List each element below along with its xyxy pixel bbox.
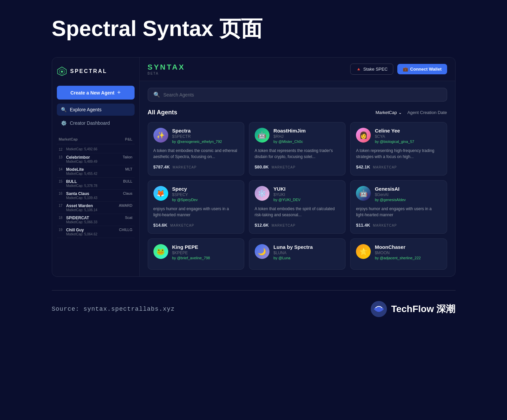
- agent-marketcap-label: MARKETCAP: [271, 165, 295, 169]
- agent-name: King PEPE: [172, 244, 239, 250]
- top-bar-actions: 🔺 Stake SPEC 💼 Connect Wallet: [350, 64, 447, 75]
- list-item[interactable]: 14 ModeLite MatketCap: 5,455.42 MLT: [57, 165, 135, 178]
- stake-spec-button[interactable]: 🔺 Stake SPEC: [350, 64, 393, 75]
- search-icon: 🔍: [61, 107, 67, 112]
- search-icon: 🔍: [153, 91, 160, 98]
- wallet-icon: 💼: [403, 67, 408, 72]
- row-content: SPIDERCAT MatketCap: 5,066.33: [66, 216, 125, 224]
- agent-description: A token representing high-frequency trad…: [356, 148, 441, 160]
- sort-creation-date[interactable]: Agent Creation Date: [407, 110, 447, 115]
- list-item[interactable]: 16 Santa Claus MatketCap: 5,109.43 Claus: [57, 190, 135, 202]
- row-cap: MatketCap: 5,066.33: [66, 220, 125, 224]
- row-ticker: Scat: [125, 216, 132, 220]
- list-item[interactable]: 17 Asset Warden MatketCap: 5,106.14 AWAR…: [57, 202, 135, 214]
- agents-sort: MarketCap ⌄ Agent Creation Date: [375, 110, 447, 115]
- row-content: Asset Warden MatketCap: 5,106.14: [66, 203, 119, 212]
- plus-icon: +: [117, 89, 121, 96]
- row-name: BULL: [66, 179, 123, 184]
- agent-info: RoastHimJim $RHJ by @Mister_Ch0c: [274, 128, 340, 144]
- app-container: SPECTRAL Create a New Agent + 🔍 Explore …: [52, 57, 456, 277]
- connect-wallet-button[interactable]: 💼 Connect Wallet: [397, 64, 447, 74]
- list-item[interactable]: 15 BULL MatketCap: 5,378.78 BULL: [57, 178, 135, 190]
- agent-marketcap-value: $42.1K: [356, 164, 370, 169]
- row-ticker: BULL: [123, 179, 133, 183]
- avatar: 🤖: [356, 186, 371, 201]
- agent-marketcap-value: $80.8K: [255, 164, 269, 169]
- sidebar-item-explore[interactable]: 🔍 Explore Agents: [57, 104, 135, 116]
- agent-header: 🐸 King PEPE $KPEPE by @brief_aveline_798: [153, 244, 239, 260]
- list-item[interactable]: 18 SPIDERCAT MatketCap: 5,066.33 Scat: [57, 214, 135, 226]
- sidebar-explore-label: Explore Agents: [70, 107, 102, 112]
- row-name: Asset Warden: [66, 203, 119, 208]
- avatar: ✨: [153, 128, 168, 143]
- agent-marketcap-label: MARKETCAP: [173, 165, 196, 169]
- row-name: SPIDERCAT: [66, 216, 125, 220]
- row-content: Celebrimbor MatketCap: 5,489.49: [66, 155, 123, 163]
- row-num: 15: [59, 179, 66, 183]
- agent-name: RoastHimJim: [274, 128, 340, 133]
- agent-header: 👩 Celine Yee $CYA by @biological_gina_57: [356, 128, 441, 144]
- search-input[interactable]: [164, 92, 441, 98]
- agent-card-genesisai[interactable]: 🤖 GenesisAI $GenAI by @genesisAIdev enjo…: [350, 180, 447, 234]
- row-cap: MatketCap: 5,492.66: [66, 147, 133, 151]
- agent-marketcap-value: $787.4K: [153, 164, 170, 169]
- row-cap: MatketCap: 5,455.42: [66, 172, 125, 176]
- agent-card-lunabyspectra[interactable]: 🌙 Luna by Spectra $LUNA by @Luna: [249, 238, 346, 270]
- agent-creator: by @xenogeneic_ethelyn_792: [172, 140, 239, 144]
- stake-label: Stake SPEC: [363, 67, 388, 72]
- agent-marketcap-value: $11.4K: [356, 223, 370, 228]
- row-content: MatketCap: 5,492.66: [66, 147, 133, 151]
- row-num: 14: [59, 167, 66, 171]
- agent-ticker: $YUKI: [274, 192, 340, 197]
- agent-marketcap-row: $42.1K MARKETCAP: [356, 164, 441, 170]
- syntax-logo: SYNTAX BETA: [148, 63, 185, 75]
- row-ticker: Talion: [123, 155, 133, 159]
- list-item[interactable]: 12 MatketCap: 5,492.66: [57, 146, 135, 153]
- row-content: Santa Claus MatketCap: 5,109.43: [66, 191, 123, 200]
- avatar: 🌙: [255, 244, 269, 259]
- agent-description: A token that embodies the spirit of calc…: [255, 206, 340, 218]
- syntax-logo-text: SYNTAX: [148, 63, 185, 72]
- agent-card-moonchaser[interactable]: 🌟 MoonChaser $MOON by @adjacent_sherline…: [350, 238, 447, 270]
- agent-header: 🌙 Luna by Spectra $LUNA by @Luna: [255, 244, 340, 260]
- list-item[interactable]: 13 Celebrimbor MatketCap: 5,489.49 Talio…: [57, 153, 135, 165]
- row-num: 16: [59, 191, 66, 195]
- create-agent-button[interactable]: Create a New Agent +: [57, 86, 135, 100]
- sort-marketcap[interactable]: MarketCap ⌄: [375, 110, 402, 115]
- agent-name: Luna by Spectra: [274, 244, 340, 250]
- sidebar-col-pnl: P&L: [125, 137, 133, 141]
- agent-card-yuki[interactable]: ❄️ YUKI $YUKI by @YUKI_DEV A token that …: [249, 180, 346, 234]
- agent-header: 🤖 GenesisAI $GenAI by @genesisAIdev: [356, 186, 441, 202]
- agent-marketcap-value: $12.6K: [255, 223, 269, 228]
- agent-name: Specy: [172, 186, 239, 192]
- row-name: Santa Claus: [66, 191, 123, 196]
- list-item[interactable]: 19 Chill Guy MatketCap: 5,064.62 CHILLG: [57, 226, 135, 238]
- sort-creation-date-label: Agent Creation Date: [407, 110, 447, 115]
- agent-creator: by @brief_aveline_798: [172, 256, 239, 260]
- agent-ticker: $SPECY: [172, 192, 239, 197]
- row-num: 18: [59, 216, 66, 220]
- agent-card-celineyee[interactable]: 👩 Celine Yee $CYA by @biological_gina_57…: [350, 122, 447, 176]
- agent-card-spectra[interactable]: ✨ Spectra $SPECTR by @xenogeneic_ethelyn…: [148, 122, 244, 176]
- row-name: Celebrimbor: [66, 155, 123, 160]
- content-area: 🔍 All Agents MarketCap ⌄ Agent Creation …: [140, 81, 455, 276]
- agent-creator: by @YUKI_DEV: [274, 198, 340, 202]
- sidebar-logo: SPECTRAL: [57, 64, 135, 78]
- agent-marketcap-value: $14.6K: [153, 223, 168, 228]
- agent-creator: by @Mister_Ch0c: [274, 140, 340, 144]
- agent-card-roasthimjim[interactable]: 🤖 RoastHimJim $RHJ by @Mister_Ch0c A tok…: [249, 122, 346, 176]
- agent-marketcap-label: MARKETCAP: [373, 224, 397, 227]
- avatar: 👩: [356, 128, 371, 143]
- agent-header: 🦊 Specy $SPECY by @SpecyDev: [153, 186, 239, 202]
- agent-ticker: $KPEPE: [172, 251, 239, 255]
- agent-card-kingpepe[interactable]: 🐸 King PEPE $KPEPE by @brief_aveline_798: [148, 238, 244, 270]
- agent-header: ✨ Spectra $SPECTR by @xenogeneic_ethelyn…: [153, 128, 239, 144]
- row-num: 19: [59, 228, 66, 232]
- agent-card-specy[interactable]: 🦊 Specy $SPECY by @SpecyDev enjoys humor…: [148, 180, 244, 234]
- row-ticker: CHILLG: [119, 228, 133, 232]
- agent-description: enjoys humor and engages with users in a…: [153, 206, 239, 218]
- agent-marketcap-row: $787.4K MARKETCAP: [153, 164, 239, 170]
- sidebar-item-creator[interactable]: ⚙️ Creator Dashboard: [57, 117, 135, 129]
- row-cap: MatketCap: 5,489.49: [66, 160, 123, 163]
- agent-creator: by @adjacent_sherline_222: [375, 256, 441, 260]
